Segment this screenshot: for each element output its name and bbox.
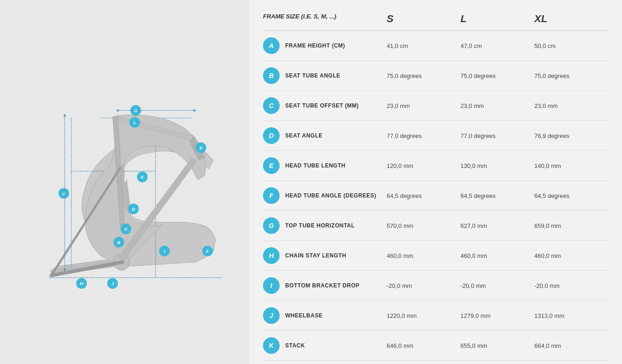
row-name-d: SEAT ANGLE bbox=[285, 132, 323, 139]
table-row: J WHEELBASE 1220,0 mm 1279,0 mm 1313,0 m… bbox=[263, 301, 608, 331]
specs-table: A FRAME HEIGHT (CM) 41,0 cm 47,0 cm 50,0… bbox=[263, 31, 608, 364]
frame-size-label: FRAME SIZE (I.E. S, M, ...) bbox=[263, 13, 387, 25]
badge-k: K bbox=[263, 337, 280, 354]
table-row: B SEAT TUBE ANGLE 75,0 degrees 75,0 degr… bbox=[263, 61, 608, 91]
row-name-b: SEAT TUBE ANGLE bbox=[285, 72, 341, 79]
badge-j: J bbox=[263, 307, 280, 324]
table-row: H CHAIN STAY LENGTH 460,0 mm 460,0 mm 46… bbox=[263, 241, 608, 271]
row-label-c: C SEAT TUBE OFFSET (MM) bbox=[263, 97, 387, 114]
row-name-j: WHEELBASE bbox=[285, 312, 323, 319]
cell-xl-a: 50,0 cm bbox=[534, 42, 608, 49]
cell-xl-j: 1313,0 mm bbox=[534, 312, 608, 319]
row-label-e: E HEAD TUBE LENGTH bbox=[263, 157, 387, 174]
cell-s-i: -20,0 mm bbox=[387, 282, 461, 289]
row-name-c: SEAT TUBE OFFSET (MM) bbox=[285, 102, 359, 109]
cell-xl-f: 64,5 degrees bbox=[534, 192, 608, 199]
badge-b: B bbox=[263, 67, 280, 84]
row-label-a: A FRAME HEIGHT (CM) bbox=[263, 37, 387, 54]
cell-xl-h: 460,0 mm bbox=[534, 252, 608, 259]
row-name-g: TOP TUBE HORIZONTAL bbox=[285, 222, 355, 229]
row-label-g: G TOP TUBE HORIZONTAL bbox=[263, 217, 387, 234]
bike-diagram-panel: A B C D E F G bbox=[0, 0, 249, 364]
cell-s-h: 460,0 mm bbox=[387, 252, 461, 259]
svg-text:D: D bbox=[132, 207, 135, 212]
row-name-k: STACK bbox=[285, 342, 305, 349]
row-name-i: BOTTOM BRACKET DROP bbox=[285, 282, 359, 289]
table-row: F HEAD TUBE ANGLE (DEGREES) 64,5 degrees… bbox=[263, 181, 608, 211]
badge-e: E bbox=[263, 157, 280, 174]
cell-s-a: 41,0 cm bbox=[387, 42, 461, 49]
cell-l-h: 460,0 mm bbox=[461, 252, 534, 259]
table-row: L REACH 421,0 mm 475,0 mm 505,0 mm bbox=[263, 361, 608, 364]
cell-l-d: 77,0 degrees bbox=[461, 132, 534, 139]
cell-s-d: 77,0 degrees bbox=[387, 132, 461, 139]
badge-i: I bbox=[263, 277, 280, 294]
cell-xl-k: 664,0 mm bbox=[534, 342, 608, 349]
svg-text:H: H bbox=[80, 281, 84, 286]
cell-xl-b: 75,0 degrees bbox=[534, 72, 608, 79]
row-name-h: CHAIN STAY LENGTH bbox=[285, 252, 346, 259]
cell-l-k: 655,0 mm bbox=[461, 342, 534, 349]
row-label-h: H CHAIN STAY LENGTH bbox=[263, 247, 387, 264]
cell-s-k: 646,0 mm bbox=[387, 342, 461, 349]
cell-l-c: 23,0 mm bbox=[461, 102, 534, 109]
badge-h: H bbox=[263, 247, 280, 264]
table-header: FRAME SIZE (I.E. S, M, ...) S L XL bbox=[263, 9, 608, 31]
cell-l-f: 64,5 degrees bbox=[461, 192, 534, 199]
table-row: I BOTTOM BRACKET DROP -20,0 mm -20,0 mm … bbox=[263, 271, 608, 301]
row-label-f: F HEAD TUBE ANGLE (DEGREES) bbox=[263, 187, 387, 204]
cell-l-g: 627,0 mm bbox=[461, 222, 534, 229]
table-row: A FRAME HEIGHT (CM) 41,0 cm 47,0 cm 50,0… bbox=[263, 31, 608, 61]
cell-s-g: 570,0 mm bbox=[387, 222, 461, 229]
svg-text:J: J bbox=[111, 281, 114, 286]
cell-s-j: 1220,0 mm bbox=[387, 312, 461, 319]
cell-l-a: 47,0 cm bbox=[461, 42, 534, 49]
row-label-k: K STACK bbox=[263, 337, 387, 354]
cell-xl-e: 140,0 mm bbox=[534, 162, 608, 169]
svg-text:L: L bbox=[133, 120, 136, 125]
cell-s-c: 23,0 mm bbox=[387, 102, 461, 109]
cell-l-j: 1279,0 mm bbox=[461, 312, 534, 319]
cell-xl-c: 23,0 mm bbox=[534, 102, 608, 109]
badge-f: F bbox=[263, 187, 280, 204]
row-name-a: FRAME HEIGHT (CM) bbox=[285, 42, 345, 49]
svg-text:E: E bbox=[199, 145, 203, 150]
table-row: D SEAT ANGLE 77,0 degrees 77,0 degrees 7… bbox=[263, 121, 608, 151]
badge-a: A bbox=[263, 37, 280, 54]
row-label-d: D SEAT ANGLE bbox=[263, 127, 387, 144]
badge-d: D bbox=[263, 127, 280, 144]
cell-xl-d: 76,9 degrees bbox=[534, 132, 608, 139]
row-label-j: J WHEELBASE bbox=[263, 307, 387, 324]
specs-panel: FRAME SIZE (I.E. S, M, ...) S L XL A FRA… bbox=[249, 0, 622, 364]
size-l-header: L bbox=[461, 13, 534, 25]
cell-xl-i: -20,0 mm bbox=[534, 282, 608, 289]
svg-marker-34 bbox=[193, 109, 197, 112]
cell-l-b: 75,0 degrees bbox=[461, 72, 534, 79]
row-name-e: HEAD TUBE LENGTH bbox=[285, 162, 346, 169]
size-xl-header: XL bbox=[534, 13, 608, 25]
table-row: K STACK 646,0 mm 655,0 mm 664,0 mm bbox=[263, 331, 608, 361]
cell-s-f: 64,5 degrees bbox=[387, 192, 461, 199]
svg-text:C: C bbox=[124, 227, 128, 232]
badge-g: G bbox=[263, 217, 280, 234]
size-s-header: S bbox=[387, 13, 461, 25]
table-row: E HEAD TUBE LENGTH 120,0 mm 130,0 mm 140… bbox=[263, 151, 608, 181]
row-label-i: I BOTTOM BRACKET DROP bbox=[263, 277, 387, 294]
row-name-f: HEAD TUBE ANGLE (DEGREES) bbox=[285, 192, 376, 199]
svg-text:B: B bbox=[117, 240, 120, 245]
bike-frame-diagram: A B C D E F G bbox=[9, 9, 240, 364]
svg-text:I: I bbox=[164, 249, 165, 254]
table-row: C SEAT TUBE OFFSET (MM) 23,0 mm 23,0 mm … bbox=[263, 91, 608, 121]
badge-c: C bbox=[263, 97, 280, 114]
svg-marker-33 bbox=[116, 109, 119, 112]
row-label-b: B SEAT TUBE ANGLE bbox=[263, 67, 387, 84]
table-row: G TOP TUBE HORIZONTAL 570,0 mm 627,0 mm … bbox=[263, 211, 608, 241]
cell-s-b: 75,0 degrees bbox=[387, 72, 461, 79]
svg-marker-36 bbox=[63, 113, 66, 117]
svg-text:K: K bbox=[141, 174, 144, 179]
cell-l-e: 130,0 mm bbox=[461, 162, 534, 169]
cell-xl-g: 659,0 mm bbox=[534, 222, 608, 229]
cell-s-e: 120,0 mm bbox=[387, 162, 461, 169]
cell-l-i: -20,0 mm bbox=[461, 282, 534, 289]
